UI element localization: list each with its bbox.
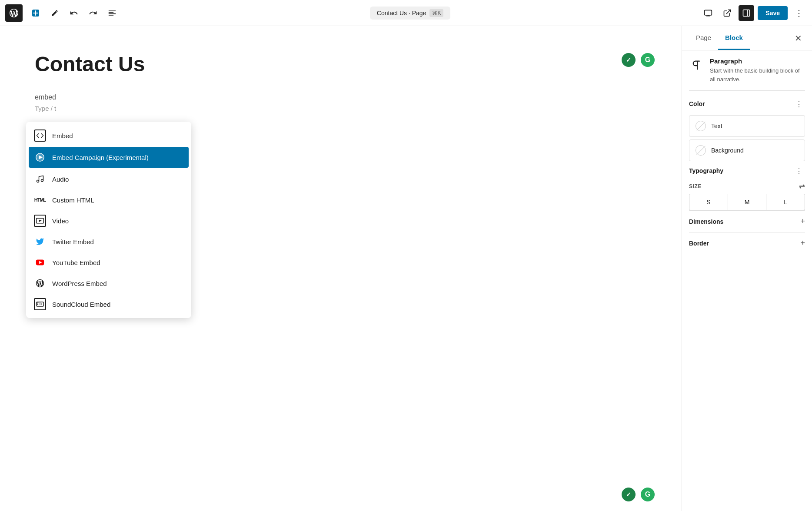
youtube-icon xyxy=(34,256,46,269)
desktop-icon xyxy=(704,9,712,17)
keyboard-shortcut: ⌘K xyxy=(429,9,443,17)
bottom-avatars: ✓ G xyxy=(621,487,656,502)
custom-html-label: Custom HTML xyxy=(52,196,94,204)
dropdown-item-wordpress[interactable]: WordPress Embed xyxy=(26,273,191,294)
toolbar: Contact Us · Page ⌘K Save ⋮ xyxy=(0,0,812,26)
color-section-title: Color xyxy=(689,100,705,107)
add-block-button[interactable] xyxy=(28,5,43,21)
redo-button[interactable] xyxy=(85,5,101,21)
dropdown-item-embed-campaign[interactable]: Embed Campaign (Experimental) xyxy=(29,147,189,168)
dropdown-item-custom-html[interactable]: HTML Custom HTML xyxy=(26,189,191,210)
embed-icon xyxy=(34,129,46,142)
sidebar-toggle-button[interactable] xyxy=(739,5,754,21)
save-button[interactable]: Save xyxy=(758,6,788,20)
avatar-1: ✓ xyxy=(621,52,636,68)
text-color-option[interactable]: Text xyxy=(689,115,805,137)
dimensions-expand-icon: + xyxy=(800,217,805,226)
color-more-button[interactable]: ⋮ xyxy=(793,98,805,110)
list-icon xyxy=(108,9,116,17)
undo-button[interactable] xyxy=(66,5,82,21)
panel-header: Page Block ✕ xyxy=(682,26,812,50)
soundcloud-icon xyxy=(34,298,46,310)
dropdown-item-twitter[interactable]: Twitter Embed xyxy=(26,231,191,252)
wp-logo-icon xyxy=(9,8,19,18)
twitter-label: Twitter Embed xyxy=(52,238,94,246)
right-panel: Page Block ✕ Paragraph Start with the ba… xyxy=(682,26,812,511)
border-title: Border xyxy=(689,240,709,247)
sidebar-icon xyxy=(742,9,751,17)
svg-rect-2 xyxy=(743,10,750,16)
tab-block[interactable]: Block xyxy=(718,26,750,50)
size-buttons-group: S M L xyxy=(689,194,805,210)
svg-point-6 xyxy=(37,180,39,182)
bottom-avatar-2: G xyxy=(640,487,656,502)
block-info: Paragraph Start with the basic building … xyxy=(689,57,805,91)
wordpress-embed-label: WordPress Embed xyxy=(52,280,107,287)
svg-rect-1 xyxy=(705,10,712,15)
block-title: Paragraph xyxy=(710,57,805,65)
html-icon: HTML xyxy=(34,194,46,206)
background-color-label: Background xyxy=(711,147,744,154)
main-layout: ✓ G Contact Us embed Type / t Embed xyxy=(0,26,812,511)
paragraph-icon xyxy=(689,57,705,73)
typography-section: Typography ⋮ SIZE ⇌ S M L xyxy=(689,165,805,210)
block-inserter-dropdown: Embed Embed Campaign (Experimental) xyxy=(26,122,191,318)
text-color-label: Text xyxy=(711,123,722,129)
typography-section-title: Typography xyxy=(689,167,723,174)
size-label-text: SIZE xyxy=(689,183,702,189)
block-description: Start with the basic building block of a… xyxy=(710,66,805,83)
size-large-button[interactable]: L xyxy=(766,194,805,210)
dimensions-section[interactable]: Dimensions + xyxy=(689,210,805,232)
dropdown-item-soundcloud[interactable]: SoundCloud Embed xyxy=(26,294,191,315)
video-icon xyxy=(34,215,46,227)
embed-label: embed xyxy=(35,93,647,101)
plus-icon xyxy=(31,9,40,17)
size-medium-button[interactable]: M xyxy=(728,194,767,210)
dropdown-item-audio[interactable]: Audio xyxy=(26,169,191,189)
text-color-circle xyxy=(696,121,706,131)
embed-input-row[interactable]: Type / t xyxy=(35,105,647,112)
redo-icon xyxy=(89,9,97,17)
size-small-button[interactable]: S xyxy=(689,194,728,210)
embed-placeholder: Type / t xyxy=(35,105,56,112)
border-expand-icon: + xyxy=(800,239,805,248)
editor-avatars: ✓ G xyxy=(621,52,656,68)
tools-button[interactable] xyxy=(47,5,63,21)
typography-more-button[interactable]: ⋮ xyxy=(793,165,805,177)
embed-campaign-label: Embed Campaign (Experimental) xyxy=(52,154,149,161)
toolbar-title-pill[interactable]: Contact Us · Page ⌘K xyxy=(370,7,451,20)
dropdown-item-youtube[interactable]: YouTube Embed xyxy=(26,252,191,273)
wordpress-embed-icon xyxy=(34,277,46,289)
audio-icon xyxy=(34,173,46,185)
svg-point-7 xyxy=(41,179,43,182)
editor-area: ✓ G Contact Us embed Type / t Embed xyxy=(0,26,682,511)
panel-close-button[interactable]: ✕ xyxy=(791,31,805,45)
page-title-label: Contact Us · Page xyxy=(377,10,426,17)
campaign-icon xyxy=(34,151,46,163)
undo-icon xyxy=(70,9,78,17)
color-section-header: Color ⋮ xyxy=(689,98,805,110)
video-label: Video xyxy=(52,217,69,225)
tab-page[interactable]: Page xyxy=(689,26,718,50)
youtube-label: YouTube Embed xyxy=(52,259,100,266)
typography-section-header: Typography ⋮ xyxy=(689,165,805,177)
background-color-circle xyxy=(696,145,706,156)
toolbar-title-area: Contact Us · Page ⌘K xyxy=(123,7,697,20)
block-info-text: Paragraph Start with the basic building … xyxy=(710,57,805,83)
pencil-icon xyxy=(51,9,59,17)
background-color-option[interactable]: Background xyxy=(689,139,805,161)
dropdown-item-embed[interactable]: Embed xyxy=(26,125,191,146)
twitter-icon xyxy=(34,236,46,248)
dropdown-item-video[interactable]: Video xyxy=(26,210,191,231)
embed-label-text: Embed xyxy=(52,132,73,139)
soundcloud-label: SoundCloud Embed xyxy=(52,301,110,308)
dimensions-title: Dimensions xyxy=(689,218,723,225)
document-overview-button[interactable] xyxy=(104,5,120,21)
size-controls-icon[interactable]: ⇌ xyxy=(799,182,805,190)
preview-button[interactable] xyxy=(700,5,716,21)
options-button[interactable]: ⋮ xyxy=(791,5,807,21)
external-link-button[interactable] xyxy=(719,5,735,21)
panel-body: Paragraph Start with the basic building … xyxy=(682,50,812,511)
border-section[interactable]: Border + xyxy=(689,232,805,254)
avatar-2: G xyxy=(640,52,656,68)
